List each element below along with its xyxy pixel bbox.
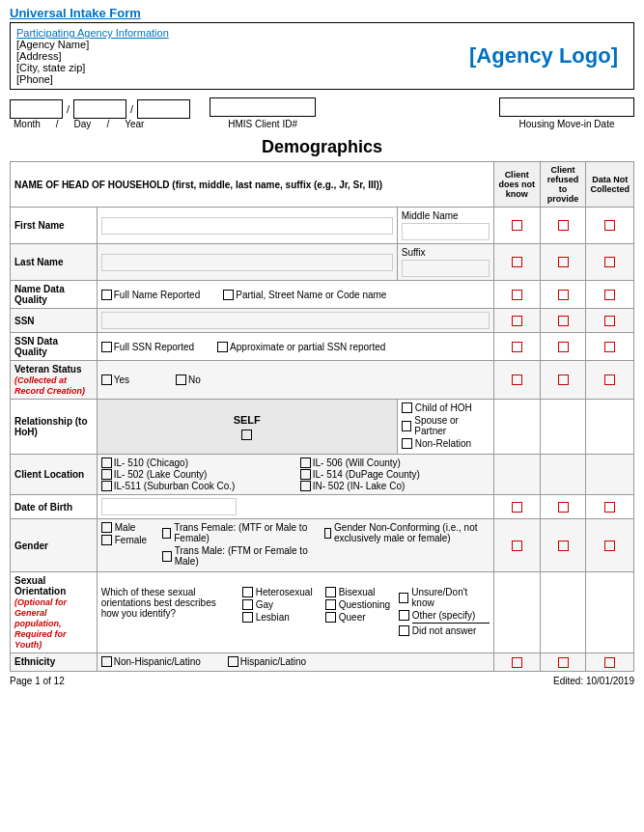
check-icon[interactable] bbox=[558, 257, 569, 267]
check-icon[interactable] bbox=[101, 290, 112, 300]
dob-check1[interactable] bbox=[493, 495, 540, 519]
location-506[interactable]: IL- 506 (Will County) bbox=[300, 458, 482, 468]
name-quality-check3[interactable] bbox=[586, 281, 634, 309]
suffix-input[interactable] bbox=[402, 260, 490, 277]
so-other[interactable]: Other (specify) bbox=[399, 610, 490, 621]
name-quality-check2[interactable] bbox=[540, 281, 586, 309]
location-502[interactable]: IL- 502 (Lake County) bbox=[101, 469, 283, 480]
gender-check2[interactable] bbox=[540, 519, 586, 572]
ethnicity-check2[interactable] bbox=[540, 653, 586, 672]
hmis-input[interactable] bbox=[210, 97, 316, 117]
first-name-check1[interactable] bbox=[493, 208, 540, 244]
check-icon[interactable] bbox=[101, 481, 112, 491]
so-unsure[interactable]: Unsure/Don't know bbox=[399, 587, 490, 608]
check-icon[interactable] bbox=[512, 342, 522, 352]
check-icon[interactable] bbox=[101, 656, 112, 667]
check-icon[interactable] bbox=[217, 342, 228, 352]
veteran-yes[interactable]: Yes bbox=[101, 374, 129, 385]
check-icon[interactable] bbox=[402, 438, 412, 449]
check-icon[interactable] bbox=[101, 522, 112, 533]
check-icon[interactable] bbox=[512, 220, 522, 231]
veteran-check1[interactable] bbox=[493, 361, 540, 400]
check-icon[interactable] bbox=[228, 656, 238, 667]
check-icon[interactable] bbox=[242, 612, 253, 623]
hispanic[interactable]: Hispanic/Latino bbox=[228, 656, 306, 667]
check-icon[interactable] bbox=[512, 257, 522, 267]
check-icon[interactable] bbox=[162, 551, 172, 562]
check-icon[interactable] bbox=[242, 599, 253, 610]
check-icon[interactable] bbox=[101, 535, 112, 545]
so-did-not-answer[interactable]: Did not answer bbox=[399, 625, 490, 636]
non-relation-option[interactable]: Non-Relation bbox=[402, 438, 490, 449]
check-icon[interactable] bbox=[512, 502, 522, 513]
check-icon[interactable] bbox=[512, 316, 522, 326]
dob-input[interactable] bbox=[101, 498, 237, 515]
ssn-quality-check3[interactable] bbox=[586, 333, 634, 361]
name-quality-check1[interactable] bbox=[493, 281, 540, 309]
check-icon[interactable] bbox=[399, 625, 409, 636]
so-gay[interactable]: Gay bbox=[242, 599, 320, 610]
check-icon[interactable] bbox=[604, 220, 615, 231]
so-questioning[interactable]: Questioning bbox=[325, 599, 393, 610]
veteran-no[interactable]: No bbox=[176, 374, 201, 385]
check-icon[interactable] bbox=[402, 402, 412, 413]
location-510[interactable]: IL- 510 (Chicago) bbox=[101, 458, 283, 468]
check-icon[interactable] bbox=[242, 587, 253, 597]
so-hetero[interactable]: Heterosexual bbox=[242, 587, 320, 597]
last-name-check2[interactable] bbox=[540, 244, 586, 281]
so-bisexual[interactable]: Bisexual bbox=[325, 587, 393, 597]
check-icon[interactable] bbox=[558, 342, 569, 352]
check-icon[interactable] bbox=[558, 374, 569, 385]
gender-male[interactable]: Male bbox=[101, 522, 154, 533]
so-lesbian[interactable]: Lesbian bbox=[242, 612, 320, 623]
check-icon[interactable] bbox=[512, 374, 522, 385]
gender-trans-female[interactable]: Trans Female: (MTF or Male to Female) bbox=[162, 522, 317, 543]
check-icon[interactable] bbox=[325, 599, 336, 610]
location-514[interactable]: IL- 514 (DuPage County) bbox=[300, 469, 482, 480]
last-name-check3[interactable] bbox=[586, 244, 634, 281]
check-icon[interactable] bbox=[241, 430, 252, 440]
ssn-check2[interactable] bbox=[540, 309, 586, 333]
check-icon[interactable] bbox=[101, 374, 112, 385]
check-icon[interactable] bbox=[558, 290, 569, 300]
year-input[interactable] bbox=[137, 99, 190, 119]
month-input[interactable] bbox=[10, 99, 63, 119]
gender-check3[interactable] bbox=[586, 519, 634, 572]
check-icon[interactable] bbox=[558, 316, 569, 326]
dob-check3[interactable] bbox=[586, 495, 634, 519]
ssn-quality-check2[interactable] bbox=[540, 333, 586, 361]
ethnicity-check3[interactable] bbox=[586, 653, 634, 672]
ssn-quality-check1[interactable] bbox=[493, 333, 540, 361]
housing-input[interactable] bbox=[499, 97, 634, 117]
check-icon[interactable] bbox=[604, 541, 615, 551]
check-icon[interactable] bbox=[604, 342, 615, 352]
partial-name-option[interactable]: Partial, Street Name or Code name bbox=[223, 290, 386, 300]
check-icon[interactable] bbox=[604, 657, 615, 668]
first-name-check3[interactable] bbox=[586, 208, 634, 244]
ssn-check3[interactable] bbox=[586, 309, 634, 333]
check-icon[interactable] bbox=[604, 257, 615, 267]
gender-non-conforming[interactable]: Gender Non-Conforming (i.e., not exclusi… bbox=[324, 522, 490, 543]
check-icon[interactable] bbox=[512, 541, 522, 551]
check-icon[interactable] bbox=[402, 421, 412, 431]
gender-female[interactable]: Female bbox=[101, 535, 154, 545]
first-name-check2[interactable] bbox=[540, 208, 586, 244]
ssn-input[interactable] bbox=[101, 312, 490, 329]
check-icon[interactable] bbox=[558, 502, 569, 513]
check-icon[interactable] bbox=[399, 610, 409, 621]
gender-trans-male[interactable]: Trans Male: (FTM or Female to Male) bbox=[162, 545, 317, 567]
check-icon[interactable] bbox=[558, 541, 569, 551]
check-icon[interactable] bbox=[512, 657, 522, 668]
veteran-check3[interactable] bbox=[586, 361, 634, 400]
check-icon[interactable] bbox=[325, 587, 336, 597]
check-icon[interactable] bbox=[101, 469, 112, 480]
last-name-input[interactable] bbox=[101, 254, 393, 271]
approx-ssn-option[interactable]: Approximate or partial SSN reported bbox=[217, 342, 385, 352]
check-icon[interactable] bbox=[399, 593, 409, 603]
check-icon[interactable] bbox=[604, 502, 615, 513]
check-icon[interactable] bbox=[604, 290, 615, 300]
check-icon[interactable] bbox=[223, 290, 234, 300]
check-icon[interactable] bbox=[300, 469, 311, 480]
check-icon[interactable] bbox=[300, 481, 311, 491]
check-icon[interactable] bbox=[558, 657, 569, 668]
